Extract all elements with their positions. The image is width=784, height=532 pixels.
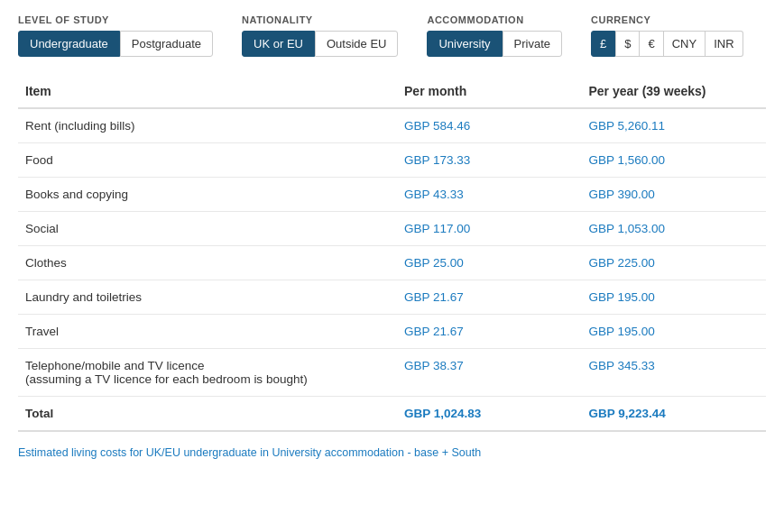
currency-label: CURRENCY	[591, 14, 743, 25]
row-per-month-0: GBP 584.46	[397, 108, 581, 143]
nationality-buttons: UK or EU Outside EU	[242, 31, 398, 57]
main-container: LEVEL OF STUDY Undergraduate Postgraduat…	[0, 0, 784, 476]
row-item-3: Social	[18, 212, 397, 246]
table-row: TravelGBP 21.67GBP 195.00	[18, 315, 766, 349]
table-row: ClothesGBP 25.00GBP 225.00	[18, 246, 766, 280]
undergraduate-button[interactable]: Undergraduate	[18, 31, 120, 57]
row-per-month-1: GBP 173.33	[397, 143, 581, 178]
outside-eu-button[interactable]: Outside EU	[315, 31, 398, 57]
table-row: Telephone/mobile and TV licence(assuming…	[18, 349, 766, 397]
row-per-year-2: GBP 390.00	[582, 178, 767, 212]
currency-eur-button[interactable]: €	[640, 31, 663, 57]
level-of-study-label: LEVEL OF STUDY	[18, 14, 213, 25]
total-per-month: GBP 1,024.83	[397, 397, 581, 432]
currency-gbp-button[interactable]: £	[591, 31, 615, 57]
accommodation-buttons: University Private	[427, 31, 562, 57]
row-per-month-3: GBP 117.00	[397, 212, 581, 246]
row-item-4: Clothes	[18, 246, 397, 280]
table-row: FoodGBP 173.33GBP 1,560.00	[18, 143, 766, 178]
filters-bar: LEVEL OF STUDY Undergraduate Postgraduat…	[18, 14, 766, 57]
row-per-month-7: GBP 38.37	[397, 349, 581, 397]
row-per-year-5: GBP 195.00	[582, 280, 767, 315]
row-per-year-3: GBP 1,053.00	[582, 212, 767, 246]
row-per-year-6: GBP 195.00	[582, 315, 767, 349]
col-per-month-header: Per month	[397, 75, 581, 108]
currency-buttons: £ $ € CNY INR	[591, 31, 743, 57]
table-header-row: Item Per month Per year (39 weeks)	[18, 75, 766, 108]
table-row: Books and copyingGBP 43.33GBP 390.00	[18, 178, 766, 212]
row-per-month-6: GBP 21.67	[397, 315, 581, 349]
table-row: SocialGBP 117.00GBP 1,053.00	[18, 212, 766, 246]
row-item-5: Laundry and toiletries	[18, 280, 397, 315]
uk-eu-button[interactable]: UK or EU	[242, 31, 315, 57]
total-per-year: GBP 9,223.44	[582, 397, 767, 432]
row-per-year-0: GBP 5,260.11	[582, 108, 767, 143]
col-per-year-header: Per year (39 weeks)	[582, 75, 767, 108]
nationality-label: NATIONALITY	[242, 14, 398, 25]
row-per-month-5: GBP 21.67	[397, 280, 581, 315]
currency-usd-button[interactable]: $	[615, 31, 640, 57]
total-row: TotalGBP 1,024.83GBP 9,223.44	[18, 397, 766, 432]
row-item-0: Rent (including bills)	[18, 108, 397, 143]
currency-group: CURRENCY £ $ € CNY INR	[591, 14, 743, 57]
footnote: Estimated living costs for UK/EU undergr…	[18, 445, 766, 462]
row-per-month-4: GBP 25.00	[397, 246, 581, 280]
col-item-header: Item	[18, 75, 397, 108]
accommodation-label: ACCOMMODATION	[427, 14, 562, 25]
row-per-year-1: GBP 1,560.00	[582, 143, 767, 178]
row-per-year-4: GBP 225.00	[582, 246, 767, 280]
level-of-study-group: LEVEL OF STUDY Undergraduate Postgraduat…	[18, 14, 213, 57]
table-row: Laundry and toiletriesGBP 21.67GBP 195.0…	[18, 280, 766, 315]
row-item-6: Travel	[18, 315, 397, 349]
row-per-month-2: GBP 43.33	[397, 178, 581, 212]
private-button[interactable]: Private	[503, 31, 562, 57]
postgraduate-button[interactable]: Postgraduate	[120, 31, 213, 57]
currency-cny-button[interactable]: CNY	[664, 31, 706, 57]
costs-table: Item Per month Per year (39 weeks) Rent …	[18, 75, 766, 432]
table-row: Rent (including bills)GBP 584.46GBP 5,26…	[18, 108, 766, 143]
nationality-group: NATIONALITY UK or EU Outside EU	[242, 14, 398, 57]
level-of-study-buttons: Undergraduate Postgraduate	[18, 31, 213, 57]
row-item-7: Telephone/mobile and TV licence(assuming…	[18, 349, 397, 397]
university-button[interactable]: University	[427, 31, 502, 57]
total-label: Total	[18, 397, 397, 432]
currency-inr-button[interactable]: INR	[706, 31, 742, 57]
row-item-1: Food	[18, 143, 397, 178]
row-item-2: Books and copying	[18, 178, 397, 212]
accommodation-group: ACCOMMODATION University Private	[427, 14, 562, 57]
row-per-year-7: GBP 345.33	[582, 349, 767, 397]
